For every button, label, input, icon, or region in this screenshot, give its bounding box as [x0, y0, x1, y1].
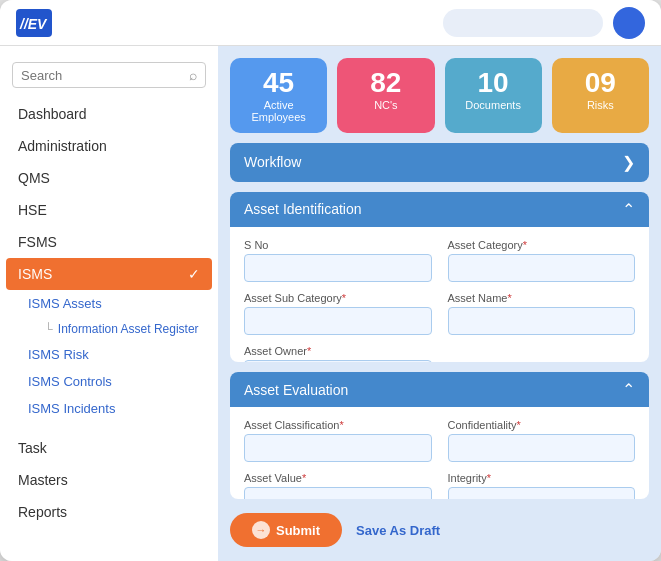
logo: //EV: [16, 9, 52, 37]
svg-text://EV: //EV: [19, 16, 48, 32]
label-asset-classification: Asset Classification*: [244, 419, 432, 431]
save-draft-button[interactable]: Save As Draft: [356, 523, 440, 538]
main-area: ⌕ Dashboard Administration QMS HSE FSMS …: [0, 46, 661, 561]
input-integrity[interactable]: [448, 487, 636, 499]
asset-evaluation-section: Asset Evaluation ⌃ Asset Classification*: [230, 372, 649, 499]
label-asset-owner: Asset Owner*: [244, 345, 432, 357]
sidebar-item-info-asset-register[interactable]: └ Information Asset Register: [0, 317, 218, 341]
sidebar-item-isms-controls[interactable]: ISMS Controls: [0, 368, 218, 395]
asset-evaluation-body: Asset Classification* Confidentiality*: [230, 407, 649, 499]
field-integrity: Integrity*: [448, 472, 636, 499]
sidebar-item-fsms[interactable]: FSMS: [0, 226, 218, 258]
sidebar-item-hse[interactable]: HSE: [0, 194, 218, 226]
field-asset-classification: Asset Classification*: [244, 419, 432, 462]
sidebar-item-isms-incidents[interactable]: ISMS Incidents: [0, 395, 218, 422]
search-input[interactable]: [21, 68, 183, 83]
search-box[interactable]: ⌕: [12, 62, 206, 88]
label-asset-value: Asset Value*: [244, 472, 432, 484]
input-asset-name[interactable]: [448, 307, 636, 335]
asset-evaluation-form: Asset Classification* Confidentiality*: [244, 419, 635, 499]
header-right: [443, 7, 645, 39]
asset-evaluation-header[interactable]: Asset Evaluation ⌃: [230, 372, 649, 407]
submit-icon: →: [252, 521, 270, 539]
field-asset-category: Asset Category*: [448, 239, 636, 282]
input-asset-category[interactable]: [448, 254, 636, 282]
label-integrity: Integrity*: [448, 472, 636, 484]
header-search-bar: [443, 9, 603, 37]
input-asset-sub-category[interactable]: [244, 307, 432, 335]
sidebar-item-isms-assets[interactable]: ISMS Assets: [0, 290, 218, 317]
input-confidentiality[interactable]: [448, 434, 636, 462]
sidebar-item-task[interactable]: Task: [0, 432, 218, 464]
submit-button[interactable]: → Submit: [230, 513, 342, 547]
sidebar-item-dashboard[interactable]: Dashboard: [0, 98, 218, 130]
workflow-bar[interactable]: Workflow ❯: [230, 143, 649, 182]
tree-line-icon: └: [44, 322, 53, 336]
input-asset-value[interactable]: [244, 487, 432, 499]
user-avatar[interactable]: [613, 7, 645, 39]
field-asset-value: Asset Value*: [244, 472, 432, 499]
sidebar-item-qms[interactable]: QMS: [0, 162, 218, 194]
input-s-no[interactable]: [244, 254, 432, 282]
field-asset-name: Asset Name*: [448, 292, 636, 335]
label-asset-sub-category: Asset Sub Category*: [244, 292, 432, 304]
asset-identification-section: Asset Identification ⌃ S No As: [230, 192, 649, 362]
sidebar-item-masters[interactable]: Masters: [0, 464, 218, 496]
input-asset-owner[interactable]: [244, 360, 432, 362]
asset-identification-body: S No Asset Category* Asset: [230, 227, 649, 362]
label-s-no: S No: [244, 239, 432, 251]
label-asset-category: Asset Category*: [448, 239, 636, 251]
isms-chevron-icon: ✓: [188, 266, 200, 282]
label-asset-name: Asset Name*: [448, 292, 636, 304]
input-asset-classification[interactable]: [244, 434, 432, 462]
submit-row: → Submit Save As Draft: [230, 509, 649, 549]
field-asset-owner: Asset Owner*: [244, 345, 432, 362]
stat-risks: 09 Risks: [552, 58, 649, 133]
sidebar-item-isms[interactable]: ISMS ✓: [6, 258, 212, 290]
header: //EV: [0, 0, 661, 46]
field-asset-sub-category: Asset Sub Category*: [244, 292, 432, 335]
field-s-no: S No: [244, 239, 432, 282]
workflow-arrow-icon: ❯: [622, 153, 635, 172]
sidebar-item-administration[interactable]: Administration: [0, 130, 218, 162]
label-confidentiality: Confidentiality*: [448, 419, 636, 431]
asset-identification-chevron-icon: ⌃: [622, 200, 635, 219]
stat-ncs: 82 NC's: [337, 58, 434, 133]
asset-identification-header[interactable]: Asset Identification ⌃: [230, 192, 649, 227]
search-container: ⌕: [0, 56, 218, 98]
sidebar: ⌕ Dashboard Administration QMS HSE FSMS …: [0, 46, 218, 561]
stat-documents: 10 Documents: [445, 58, 542, 133]
content-area: 45 Active Employees 82 NC's 10 Documents…: [218, 46, 661, 561]
sidebar-item-isms-risk[interactable]: ISMS Risk: [0, 341, 218, 368]
stat-active-employees: 45 Active Employees: [230, 58, 327, 133]
asset-evaluation-chevron-icon: ⌃: [622, 380, 635, 399]
logo-icon: //EV: [16, 9, 52, 37]
search-icon: ⌕: [189, 67, 197, 83]
asset-identification-form: S No Asset Category* Asset: [244, 239, 635, 362]
stats-row: 45 Active Employees 82 NC's 10 Documents…: [230, 58, 649, 133]
field-confidentiality: Confidentiality*: [448, 419, 636, 462]
app-container: //EV ⌕ Dashboard Administration: [0, 0, 661, 561]
sidebar-item-reports[interactable]: Reports: [0, 496, 218, 528]
